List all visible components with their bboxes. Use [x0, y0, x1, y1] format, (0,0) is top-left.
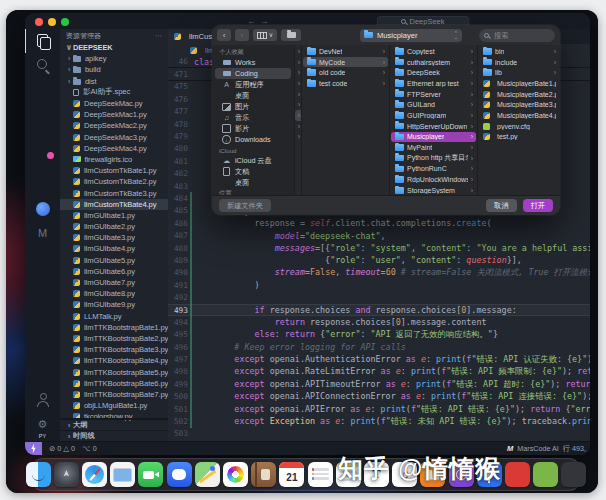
- activity-search[interactable]: [25, 53, 60, 77]
- finder-item[interactable]: DevNet›: [303, 46, 388, 57]
- finder-item[interactable]: FTPServer›: [391, 89, 476, 100]
- tree-item[interactable]: llmGUIbate4.py: [60, 243, 168, 254]
- finder-item[interactable]: GUIProgram›: [391, 110, 476, 121]
- finder-item[interactable]: MusicplayerBate4.py: [479, 110, 559, 121]
- tree-item[interactable]: llmGUIbate8.py: [60, 288, 168, 299]
- finder-item[interactable]: lib›: [479, 67, 559, 78]
- dialog-sidebar-item[interactable]: 桌面: [215, 90, 291, 101]
- finder-item[interactable]: MyPaint›: [391, 142, 476, 153]
- location-dropdown[interactable]: Musicplayer ⌃⌄: [360, 29, 462, 42]
- finder-item[interactable]: test.py: [479, 132, 559, 143]
- finder-item[interactable]: old code›: [303, 67, 388, 78]
- finder-item[interactable]: PythonRunC›: [391, 164, 476, 175]
- dialog-sidebar-item[interactable]: 文稿: [215, 166, 291, 177]
- dock-app-green[interactable]: [533, 462, 558, 487]
- activity-account[interactable]: [25, 388, 60, 412]
- code-line[interactable]: 492: [168, 291, 590, 303]
- tree-item[interactable]: llmCustomTkBate3.py: [60, 187, 168, 198]
- dock-calendar[interactable]: 21: [279, 462, 304, 487]
- finder-item[interactable]: MusicplayerBate2.py: [479, 89, 559, 100]
- code-line[interactable]: 493 if response.choices and response.cho…: [168, 304, 590, 316]
- finder-item[interactable]: pyvenv.cfg: [479, 121, 559, 132]
- code-line[interactable]: 500 except openai.APIConnectionError as …: [168, 391, 590, 403]
- tree-item[interactable]: llmGUIbate1.py: [60, 210, 168, 221]
- tree-item[interactable]: DeepSeekMac.py: [60, 98, 168, 109]
- dock-launchpad[interactable]: [54, 462, 79, 487]
- dock-photos[interactable]: [223, 462, 248, 487]
- finder-item[interactable]: MusicplayerBate1.py: [479, 78, 559, 89]
- tree-item[interactable]: LLMTalk.py: [60, 311, 168, 322]
- dialog-sidebar-item[interactable]: Works: [215, 57, 291, 68]
- tree-item[interactable]: llmGUIbate2.py: [60, 221, 168, 232]
- tree-item[interactable]: llmGUIbate3.py: [60, 232, 168, 243]
- finder-item[interactable]: GUILand›: [391, 99, 476, 110]
- more-actions-icon[interactable]: ⋯: [155, 32, 162, 40]
- dock-app-dark[interactable]: [561, 462, 586, 487]
- code-line[interactable]: 486 response = self.client.chat.completi…: [168, 217, 590, 229]
- code-line[interactable]: 498 except openai.RateLimitError as e: p…: [168, 366, 590, 378]
- tree-root[interactable]: ∨DEEPSEEK: [60, 42, 168, 53]
- cursor-position[interactable]: 行 493,: [563, 444, 586, 454]
- tree-item[interactable]: DeepSeekMac4.py: [60, 143, 168, 154]
- tree-item[interactable]: ›dist: [60, 76, 168, 87]
- code-line[interactable]: 497 except openai.AuthenticationError as…: [168, 353, 590, 365]
- dock-finder[interactable]: [26, 462, 51, 487]
- tree-item[interactable]: ›apikey: [60, 53, 168, 64]
- code-line[interactable]: 495 else: return {"error": "API 返回了无效的响应…: [168, 329, 590, 341]
- activity-remote-explorer[interactable]: [25, 125, 60, 149]
- code-line[interactable]: 491 ): [168, 279, 590, 291]
- dock-safari[interactable]: [82, 462, 107, 487]
- finder-item[interactable]: DeepSeek›: [391, 67, 476, 78]
- activity-deepseek[interactable]: [25, 197, 60, 221]
- tree-item[interactable]: llmTTKBootstrapBate1.py: [60, 322, 168, 333]
- tree-item[interactable]: ›build: [60, 64, 168, 75]
- code-line[interactable]: 490 stream=False, timeout=60 # stream=Fa…: [168, 267, 590, 279]
- zoom-button[interactable]: [61, 18, 69, 26]
- finder-item[interactable]: cuthairsystem›: [391, 57, 476, 68]
- tree-item[interactable]: llmTTKBootstrapBate7.py: [60, 389, 168, 400]
- finder-item[interactable]: Ethernet arp test›: [391, 78, 476, 89]
- tree-item[interactable]: DeepSeekMac1.py: [60, 109, 168, 120]
- view-mode-button[interactable]: ∨: [253, 29, 277, 41]
- ports-status[interactable]: ⌥0: [82, 444, 97, 453]
- dock-app-red[interactable]: [505, 462, 530, 487]
- dock-contacts[interactable]: [251, 462, 276, 487]
- dialog-search[interactable]: [479, 29, 555, 42]
- sidebar-section-timeline[interactable]: ›时间线: [60, 430, 168, 441]
- code-line[interactable]: 487 model="deepseek-chat",: [168, 229, 590, 241]
- tree-item[interactable]: llmGUIbate5.py: [60, 255, 168, 266]
- tree-item[interactable]: llmCustomTkBate1.py: [60, 165, 168, 176]
- finder-item[interactable]: StorageSystem›: [391, 185, 476, 195]
- cancel-button[interactable]: 取消: [486, 199, 516, 212]
- close-button[interactable]: [35, 18, 43, 26]
- tree-item[interactable]: firewallgirls.ico: [60, 154, 168, 165]
- tree-item[interactable]: llmGUIbate6.py: [60, 266, 168, 277]
- new-folder-tool-button[interactable]: [281, 29, 301, 41]
- sidebar-section-outline[interactable]: ›大纲: [60, 419, 168, 430]
- dialog-sidebar-item[interactable]: A应用程序: [215, 79, 291, 90]
- tree-item[interactable]: llmTTKBootstrapBate6.py: [60, 378, 168, 389]
- activity-marscode[interactable]: M: [25, 221, 60, 245]
- open-button[interactable]: 打开: [523, 199, 553, 212]
- finder-item[interactable]: Musicplayer›: [391, 132, 476, 143]
- finder-item[interactable]: MusicplayerBate3.py: [479, 99, 559, 110]
- tree-item[interactable]: DeepSeekMac2.py: [60, 120, 168, 131]
- tree-item[interactable]: llmGUIbate9.py: [60, 299, 168, 310]
- activity-extensions[interactable]: [25, 149, 60, 173]
- activity-testing[interactable]: [25, 173, 60, 197]
- tree-item[interactable]: 影AI助手.spec: [60, 87, 168, 98]
- tree-item[interactable]: llmTTKBootstrapBate3.py: [60, 344, 168, 355]
- dock-reminders[interactable]: [308, 462, 333, 487]
- code-line[interactable]: 488 messages=[{"role": "system", "conten…: [168, 242, 590, 254]
- minimize-button[interactable]: [48, 18, 56, 26]
- activity-source-control[interactable]: [25, 77, 60, 101]
- code-line[interactable]: 496 # Keep error logging for API calls: [168, 341, 590, 353]
- dialog-sidebar-item[interactable]: Coding: [215, 68, 291, 79]
- tree-item[interactable]: objLLMguiBate1.py: [60, 400, 168, 411]
- activity-explorer[interactable]: [25, 29, 60, 53]
- dialog-sidebar-item[interactable]: Downloads: [215, 134, 291, 145]
- code-line[interactable]: 494 return response.choices[0].message.c…: [168, 316, 590, 328]
- finder-item[interactable]: Python http 共享目录项目›: [391, 153, 476, 164]
- tree-item[interactable]: llmTTKBootstrapBate5.py: [60, 366, 168, 377]
- code-line[interactable]: 489 {"role": "user", "content": question…: [168, 254, 590, 266]
